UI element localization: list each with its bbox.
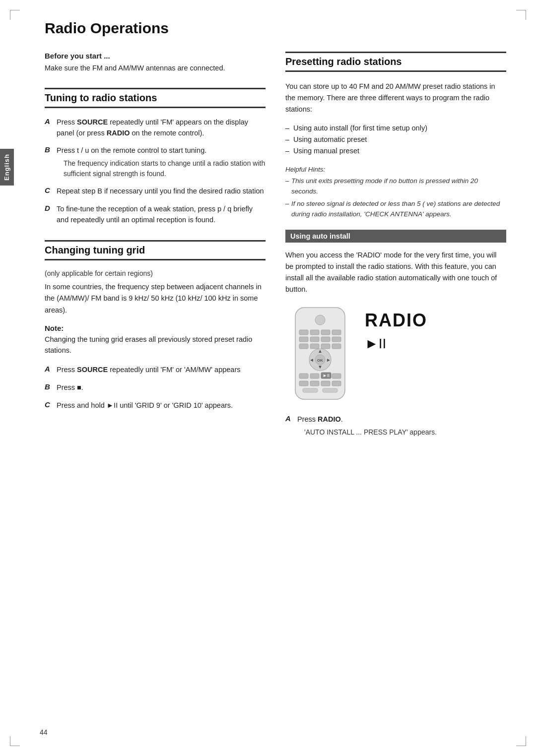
- play-pause-symbol: ►II: [365, 336, 427, 352]
- svg-rect-5: [332, 330, 341, 335]
- svg-point-1: [315, 315, 325, 325]
- left-column: Before you start ... Make sure the FM an…: [45, 52, 266, 447]
- svg-rect-13: [332, 344, 341, 349]
- svg-rect-22: [310, 374, 319, 378]
- svg-rect-4: [321, 330, 330, 335]
- svg-rect-26: [299, 381, 308, 386]
- step-text-c: Repeat step B if necessary until you fin…: [57, 186, 266, 197]
- step-text-b: Press t / u on the remote control to sta…: [57, 145, 266, 179]
- step-letter-b: B: [45, 145, 53, 154]
- changing-step-c: C Press and hold ►II until 'GRID 9' or '…: [45, 400, 266, 411]
- before-you-start-text: Make sure the FM and AM/MW antennas are …: [45, 63, 266, 74]
- before-you-start-section: Before you start ... Make sure the FM an…: [45, 52, 266, 74]
- svg-rect-31: [323, 388, 337, 392]
- changing-step-letter-c: C: [45, 400, 53, 409]
- step-letter-d: D: [45, 204, 53, 212]
- svg-text:▼: ▼: [318, 364, 323, 370]
- press-radio-steps: A Press RADIO. 'AUTO INSTALL ... PRESS P…: [285, 414, 506, 438]
- before-you-start-title: Before you start ...: [45, 52, 266, 60]
- tuning-section: Tuning to radio stations A Press SOURCE …: [45, 88, 266, 226]
- helpful-hints-title: Helpful Hints:: [285, 165, 506, 175]
- page-title: Radio Operations: [30, 20, 506, 37]
- changing-step-text-b: Press ■.: [57, 382, 266, 393]
- tuning-steps: A Press SOURCE repeatedly until 'FM' app…: [45, 117, 266, 226]
- svg-rect-9: [332, 337, 341, 342]
- auto-install-step-text-a: Press RADIO. 'AUTO INSTALL ... PRESS PLA…: [297, 414, 506, 438]
- remote-control-image: OK ▲ ▼ ◄ ► ►II: [285, 305, 355, 404]
- svg-rect-8: [321, 337, 330, 342]
- preset-ways-list: Using auto install (for first time setup…: [285, 123, 506, 157]
- presetting-section: Presetting radio stations You can store …: [285, 52, 506, 220]
- tuning-section-title: Tuning to radio stations: [45, 88, 266, 108]
- remote-area: OK ▲ ▼ ◄ ► ►II: [285, 305, 506, 404]
- note-text: Changing the tuning grid erases all prev…: [45, 334, 266, 356]
- presetting-title: Presetting radio stations: [285, 52, 506, 72]
- page-number: 44: [40, 728, 48, 736]
- changing-step-letter-b: B: [45, 382, 53, 391]
- auto-install-text: When you access the 'RADIO' mode for the…: [285, 250, 506, 296]
- auto-install-header: Using auto install: [285, 230, 506, 243]
- preset-way-1: Using auto install (for first time setup…: [285, 123, 506, 134]
- tuning-step-a: A Press SOURCE repeatedly until 'FM' app…: [45, 117, 266, 139]
- step-text-d: To fine-tune the reception of a weak sta…: [57, 204, 266, 226]
- changing-step-letter-a: A: [45, 365, 53, 373]
- step-b-subnote: The frequency indication starts to chang…: [57, 158, 266, 179]
- preset-way-3: Using manual preset: [285, 145, 506, 157]
- auto-install-step-letter-a: A: [285, 414, 293, 423]
- auto-install-step-a: A Press RADIO. 'AUTO INSTALL ... PRESS P…: [285, 414, 506, 438]
- changing-step-b: B Press ■.: [45, 382, 266, 393]
- svg-rect-10: [299, 344, 308, 349]
- svg-rect-21: [299, 374, 308, 378]
- auto-install-steps: A Press RADIO. 'AUTO INSTALL ... PRESS P…: [285, 414, 506, 438]
- note-section: Note: Changing the tuning grid erases al…: [45, 324, 266, 356]
- changing-step-text-a: Press SOURCE repeatedly until 'FM' or 'A…: [57, 365, 266, 376]
- tuning-step-c: C Repeat step B if necessary until you f…: [45, 186, 266, 197]
- svg-text:►II: ►II: [323, 373, 330, 378]
- freq-step-text: In some countries, the frequency step be…: [45, 281, 266, 316]
- svg-text:◄: ◄: [309, 357, 314, 363]
- svg-rect-27: [310, 381, 319, 386]
- svg-rect-2: [299, 330, 308, 335]
- helpful-hints-section: Helpful Hints: – This unit exits presett…: [285, 165, 506, 220]
- svg-text:OK: OK: [317, 358, 323, 363]
- changing-tuning-section: Changing tuning grid (only applicable fo…: [45, 240, 266, 411]
- only-applicable-text: (only applicable for certain regions): [45, 269, 266, 277]
- svg-rect-29: [332, 381, 341, 386]
- right-column: Presetting radio stations You can store …: [285, 52, 506, 447]
- changing-tuning-title: Changing tuning grid: [45, 240, 266, 260]
- svg-rect-25: [332, 374, 341, 378]
- svg-text:►: ►: [326, 357, 331, 363]
- svg-rect-7: [310, 337, 319, 342]
- step-letter-a: A: [45, 117, 53, 126]
- helpful-hint-1: – This unit exits presetting mode if no …: [285, 176, 506, 197]
- changing-step-text-c: Press and hold ►II until 'GRID 9' or 'GR…: [57, 400, 266, 411]
- radio-label-big: RADIO: [365, 305, 427, 331]
- preset-intro: You can store up to 40 FM and 20 AM/MW p…: [285, 81, 506, 116]
- svg-rect-30: [303, 388, 318, 392]
- svg-rect-6: [299, 337, 308, 342]
- helpful-hint-2: – If no stereo signal is detected or les…: [285, 199, 506, 220]
- changing-step-a: A Press SOURCE repeatedly until 'FM' or …: [45, 365, 266, 376]
- svg-rect-3: [310, 330, 319, 335]
- svg-text:▲: ▲: [318, 348, 323, 354]
- step-text-a: Press SOURCE repeatedly until 'FM' appea…: [57, 117, 266, 139]
- remote-svg: OK ▲ ▼ ◄ ► ►II: [285, 305, 355, 404]
- note-label: Note:: [45, 324, 266, 332]
- auto-install-section: Using auto install When you access the '…: [285, 230, 506, 438]
- tuning-step-d: D To fine-tune the reception of a weak s…: [45, 204, 266, 226]
- tuning-step-b: B Press t / u on the remote control to s…: [45, 145, 266, 179]
- auto-install-subnote: 'AUTO INSTALL ... PRESS PLAY' appears.: [297, 427, 506, 438]
- preset-way-2: Using automatic preset: [285, 134, 506, 145]
- changing-tuning-steps: A Press SOURCE repeatedly until 'FM' or …: [45, 365, 266, 411]
- step-letter-c: C: [45, 186, 53, 194]
- svg-rect-28: [321, 381, 330, 386]
- radio-label-area: RADIO ►II: [365, 305, 427, 352]
